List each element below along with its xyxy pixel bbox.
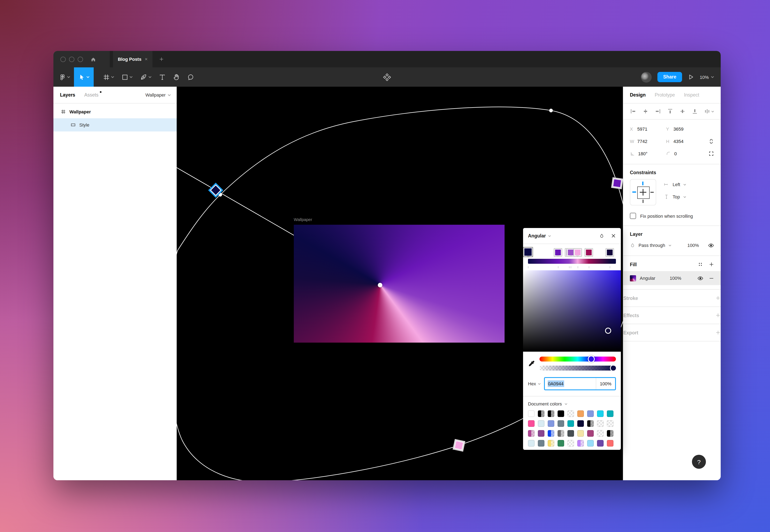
traffic-light-minimize[interactable] <box>69 56 74 62</box>
distribute-menu[interactable] <box>704 108 714 115</box>
doc-color-swatch[interactable] <box>587 420 594 427</box>
gradient-stop-chip[interactable] <box>584 248 593 257</box>
doc-color-swatch[interactable] <box>558 430 564 437</box>
alpha-slider[interactable] <box>539 366 616 371</box>
doc-color-swatch[interactable] <box>607 420 613 427</box>
tab-blog-posts[interactable]: Blog Posts × <box>113 51 152 67</box>
eye-icon[interactable] <box>708 242 714 248</box>
gradient-stop-dot[interactable] <box>549 109 553 112</box>
doc-color-swatch[interactable] <box>548 430 554 437</box>
doc-color-swatch[interactable] <box>607 440 613 447</box>
doc-color-swatch[interactable] <box>587 410 594 417</box>
independent-corners-toggle[interactable] <box>708 151 714 157</box>
doc-color-swatch[interactable] <box>597 410 604 417</box>
doc-color-swatch[interactable] <box>587 440 594 447</box>
width-field[interactable]: W7742 <box>630 139 666 144</box>
tab-layers[interactable]: Layers <box>60 92 75 97</box>
horizontal-constraint-select[interactable]: Left <box>664 182 686 187</box>
doc-color-swatch[interactable] <box>577 440 584 447</box>
pen-tool-button[interactable] <box>136 67 155 87</box>
doc-color-swatch[interactable] <box>528 430 535 437</box>
blend-mode-select[interactable]: Pass through <box>639 243 671 248</box>
hex-input[interactable]: 0A0944 100% <box>544 377 616 390</box>
comment-tool-button[interactable] <box>184 67 198 87</box>
page-selector[interactable]: Wallpaper <box>145 92 171 97</box>
fill-row-angular[interactable]: Angular 100% <box>623 271 721 285</box>
gradient-stop-chip[interactable] <box>554 248 562 257</box>
layer-opacity-field[interactable]: 100% <box>687 243 699 248</box>
document-colors-header[interactable]: Document colors <box>523 396 621 410</box>
tab-assets[interactable]: Assets <box>84 92 98 97</box>
align-top-icon[interactable] <box>667 108 673 115</box>
shape-tool-button[interactable] <box>118 67 136 87</box>
remove-fill-icon[interactable] <box>709 275 714 281</box>
new-tab-button[interactable] <box>159 51 164 67</box>
eye-icon[interactable] <box>697 275 703 281</box>
doc-color-swatch[interactable] <box>597 430 604 437</box>
constrain-proportions-toggle[interactable] <box>708 138 714 144</box>
layer-row-wallpaper[interactable]: Wallpaper <box>53 105 177 118</box>
home-button[interactable] <box>90 56 96 62</box>
doc-color-swatch[interactable] <box>558 440 564 447</box>
alpha-thumb[interactable] <box>610 366 616 371</box>
gradient-stop-chip[interactable] <box>523 247 533 257</box>
add-export-icon[interactable] <box>715 330 721 335</box>
doc-color-swatch[interactable] <box>567 440 574 447</box>
fill-opacity-field[interactable]: 100% <box>670 276 681 281</box>
x-field[interactable]: X5971 <box>630 127 666 131</box>
avatar[interactable] <box>641 72 652 82</box>
hex-value-selected[interactable]: 0A0944 <box>548 380 564 387</box>
traffic-light-zoom[interactable] <box>78 56 83 62</box>
tab-prototype[interactable]: Prototype <box>655 92 675 97</box>
doc-color-swatch[interactable] <box>577 420 584 427</box>
main-menu-button[interactable] <box>53 67 74 87</box>
gradient-type-select[interactable]: Angular <box>528 233 546 238</box>
wallpaper-frame[interactable] <box>294 225 505 343</box>
doc-color-swatch[interactable] <box>567 420 574 427</box>
blend-settings-icon[interactable] <box>599 233 604 238</box>
doc-color-swatch[interactable] <box>548 420 554 427</box>
y-field[interactable]: Y3659 <box>666 127 702 131</box>
present-icon[interactable] <box>688 74 694 80</box>
opacity-input[interactable]: 100% <box>596 378 615 389</box>
constraint-bottom-tick[interactable] <box>643 200 643 203</box>
gradient-bar[interactable] <box>528 259 616 264</box>
purple-gradient-stop-handle[interactable] <box>611 177 623 189</box>
tab-close-icon[interactable]: × <box>145 57 148 62</box>
constraints-widget[interactable] <box>630 179 656 205</box>
doc-color-swatch[interactable] <box>558 410 564 417</box>
add-fill-icon[interactable] <box>709 262 714 267</box>
hue-thumb[interactable] <box>588 356 595 363</box>
doc-color-swatch[interactable] <box>577 410 584 417</box>
color-format-select[interactable]: Hex <box>528 381 541 386</box>
vertical-constraint-select[interactable]: Top <box>664 194 686 200</box>
doc-color-swatch[interactable] <box>538 410 544 417</box>
doc-color-swatch[interactable] <box>538 440 544 447</box>
add-stroke-icon[interactable] <box>715 295 721 301</box>
doc-color-swatch[interactable] <box>567 430 574 437</box>
doc-color-swatch[interactable] <box>548 440 554 447</box>
doc-color-swatch[interactable] <box>548 410 554 417</box>
move-tool-button[interactable] <box>74 67 94 87</box>
gradient-stop-chip[interactable] <box>605 248 614 257</box>
height-field[interactable]: H4354 <box>666 139 702 144</box>
doc-color-swatch[interactable] <box>577 430 584 437</box>
traffic-light-close[interactable] <box>60 56 66 62</box>
doc-color-swatch[interactable] <box>587 430 594 437</box>
doc-color-swatch[interactable] <box>567 410 574 417</box>
doc-color-swatch[interactable] <box>597 420 604 427</box>
color-area[interactable] <box>523 270 621 352</box>
eyedropper-icon[interactable] <box>528 360 535 367</box>
align-right-icon[interactable] <box>655 108 661 115</box>
constraint-top-tick[interactable] <box>642 182 643 185</box>
tab-inspect[interactable]: Inspect <box>684 92 699 97</box>
pink-gradient-stop-handle[interactable] <box>453 439 465 452</box>
help-button[interactable]: ? <box>692 455 706 469</box>
align-bottom-icon[interactable] <box>692 108 698 115</box>
doc-color-swatch[interactable] <box>597 440 604 447</box>
doc-color-swatch[interactable] <box>528 440 535 447</box>
fix-position-row[interactable]: Fix position when scrolling <box>630 207 714 226</box>
share-button[interactable]: Share <box>657 72 682 82</box>
tab-design[interactable]: Design <box>630 92 646 97</box>
doc-color-swatch[interactable] <box>538 430 544 437</box>
